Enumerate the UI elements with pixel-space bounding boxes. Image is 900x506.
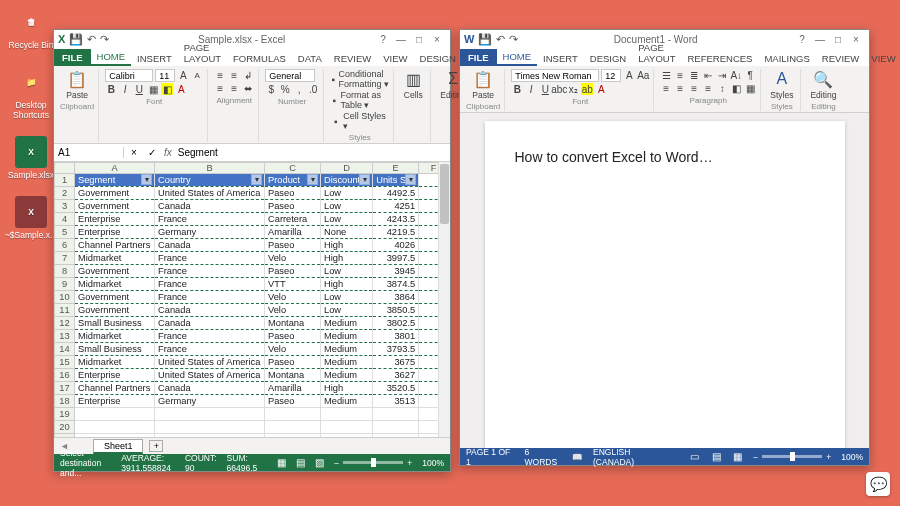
row-header[interactable]: 18 [55, 395, 75, 408]
proofing-icon[interactable]: 📖 [572, 452, 583, 462]
web-layout-icon[interactable]: ▦ [732, 451, 743, 463]
data-cell[interactable]: Medium [321, 317, 373, 330]
notification-tray-icon[interactable]: 💬 [866, 472, 890, 496]
data-cell[interactable]: Amarilla [265, 382, 321, 395]
zoom-slider[interactable]: −+ [753, 452, 831, 462]
data-cell[interactable]: 3513 [373, 395, 419, 408]
row-header[interactable]: 16 [55, 369, 75, 382]
data-cell[interactable]: 3864 [373, 291, 419, 304]
data-cell[interactable]: France [155, 213, 265, 226]
data-cell[interactable]: 3802.5 [373, 317, 419, 330]
align-left-icon[interactable]: ≡ [660, 82, 672, 94]
data-cell[interactable]: 4219.5 [373, 226, 419, 239]
data-cell[interactable]: Canada [155, 382, 265, 395]
column-header[interactable]: A [75, 163, 155, 174]
data-cell[interactable]: 4026 [373, 239, 419, 252]
row-header[interactable]: 15 [55, 356, 75, 369]
data-cell[interactable]: 4251 [373, 200, 419, 213]
formula-input[interactable]: Segment [178, 147, 218, 158]
zoom-level[interactable]: 100% [422, 458, 444, 468]
ribbon-tab-home[interactable]: HOME [91, 49, 132, 66]
editing-button[interactable]: 🔍Editing [807, 69, 839, 100]
data-cell[interactable]: Low [321, 304, 373, 317]
minimize-button[interactable]: — [811, 34, 829, 45]
data-cell[interactable]: Canada [155, 317, 265, 330]
save-icon[interactable]: 💾 [69, 33, 83, 46]
decrease-font-icon[interactable]: A [191, 70, 203, 82]
table-header-cell[interactable]: Discount [321, 174, 373, 187]
data-cell[interactable]: Low [321, 200, 373, 213]
align-middle-icon[interactable]: ≡ [228, 69, 240, 81]
data-cell[interactable]: VTT [265, 278, 321, 291]
zoom-slider[interactable]: −+ [334, 458, 412, 468]
data-cell[interactable]: Paseo [265, 330, 321, 343]
data-cell[interactable]: 3945 [373, 265, 419, 278]
ribbon-tab-design[interactable]: DESIGN [584, 51, 632, 66]
ribbon-tab-insert[interactable]: INSERT [131, 51, 178, 66]
data-cell[interactable]: Small Business [75, 343, 155, 356]
ribbon-tab-mailings[interactable]: MAILINGS [758, 51, 815, 66]
clear-format-icon[interactable]: Aa [637, 70, 649, 82]
print-layout-icon[interactable]: ▤ [711, 451, 722, 463]
row-header[interactable]: 6 [55, 239, 75, 252]
bold-icon[interactable]: B [511, 83, 523, 95]
data-cell[interactable]: Midmarket [75, 278, 155, 291]
row-header[interactable]: 17 [55, 382, 75, 395]
data-cell[interactable]: Low [321, 213, 373, 226]
row-header[interactable]: 10 [55, 291, 75, 304]
data-cell[interactable]: Paseo [265, 356, 321, 369]
bold-icon[interactable]: B [105, 83, 117, 95]
data-cell[interactable]: France [155, 291, 265, 304]
status-language[interactable]: ENGLISH (CANADA) [593, 447, 669, 467]
data-cell[interactable]: France [155, 252, 265, 265]
data-cell[interactable]: Midmarket [75, 252, 155, 265]
data-cell[interactable]: Velo [265, 304, 321, 317]
percent-icon[interactable]: % [279, 83, 291, 95]
desktop-icon[interactable]: 📁Desktop Shortcuts [6, 66, 56, 120]
data-cell[interactable]: Canada [155, 200, 265, 213]
data-cell[interactable]: Enterprise [75, 395, 155, 408]
ribbon-tab-review[interactable]: REVIEW [328, 51, 377, 66]
align-right-icon[interactable]: ≡ [688, 82, 700, 94]
data-cell[interactable]: 3520.5 [373, 382, 419, 395]
page-break-view-icon[interactable]: ▧ [315, 457, 324, 469]
underline-icon[interactable]: U [133, 83, 145, 95]
row-header[interactable]: 21 [55, 434, 75, 438]
styles-button[interactable]: AStyles [767, 69, 796, 100]
data-cell[interactable]: None [321, 226, 373, 239]
name-box[interactable]: A1 [54, 147, 124, 158]
data-cell[interactable]: United States of America [155, 187, 265, 200]
comma-icon[interactable]: , [293, 83, 305, 95]
data-cell[interactable]: Midmarket [75, 330, 155, 343]
data-cell[interactable]: Montana [265, 369, 321, 382]
align-center-icon[interactable]: ≡ [228, 82, 240, 94]
styles-item[interactable]: Format as Table ▾ [340, 90, 389, 110]
desktop-icon[interactable]: 🗑Recycle Bin [6, 6, 56, 50]
italic-icon[interactable]: I [119, 83, 131, 95]
increase-font-icon[interactable]: A [177, 70, 189, 82]
data-cell[interactable]: France [155, 330, 265, 343]
font-color-icon[interactable]: A [175, 83, 187, 95]
justify-icon[interactable]: ≡ [702, 82, 714, 94]
data-cell[interactable]: Paseo [265, 395, 321, 408]
data-cell[interactable]: Medium [321, 343, 373, 356]
document-body-text[interactable]: How to convert Excel to Word… [515, 149, 713, 165]
row-header[interactable]: 7 [55, 252, 75, 265]
data-cell[interactable]: High [321, 252, 373, 265]
row-header[interactable]: 3 [55, 200, 75, 213]
row-header[interactable]: 13 [55, 330, 75, 343]
data-cell[interactable]: 4492.5 [373, 187, 419, 200]
subscript-icon[interactable]: x₂ [567, 83, 579, 95]
row-header[interactable]: 2 [55, 187, 75, 200]
column-header[interactable] [55, 163, 75, 174]
cells-button[interactable]: ▥Cells [400, 69, 426, 100]
data-cell[interactable]: United States of America [155, 369, 265, 382]
close-button[interactable]: × [428, 34, 446, 45]
redo-icon[interactable]: ↷ [509, 33, 518, 46]
data-cell[interactable]: Velo [265, 291, 321, 304]
data-cell[interactable]: Germany [155, 395, 265, 408]
read-mode-icon[interactable]: ▭ [689, 451, 700, 463]
font-size-input[interactable] [155, 69, 175, 82]
data-cell[interactable]: Small Business [75, 317, 155, 330]
merge-icon[interactable]: ⬌ [242, 82, 254, 94]
